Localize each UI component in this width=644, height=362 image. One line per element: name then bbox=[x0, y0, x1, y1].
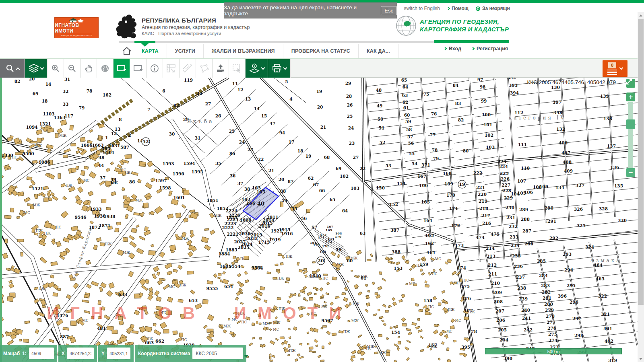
crs-label: Координатна система bbox=[138, 351, 190, 356]
building bbox=[320, 360, 324, 362]
building bbox=[266, 327, 268, 330]
crs-value: ККС 2005 bbox=[196, 351, 217, 356]
building-type-label: МЖ bbox=[273, 321, 281, 325]
parcel-label: 69 bbox=[336, 166, 342, 171]
parcel-label: 2221 bbox=[227, 232, 238, 237]
x-coordinate-input[interactable] bbox=[67, 348, 94, 359]
building bbox=[301, 306, 305, 309]
fullscreen-button[interactable] bbox=[626, 79, 635, 88]
tab-karta[interactable]: КАРТА bbox=[134, 44, 167, 58]
menu-lines-icon bbox=[607, 70, 617, 71]
zoom-out-button[interactable] bbox=[64, 59, 80, 78]
parcel-label: 206 bbox=[496, 318, 505, 323]
parcel-label: 398 bbox=[553, 110, 562, 115]
parcel-label: 281 bbox=[543, 296, 551, 300]
building bbox=[119, 320, 124, 325]
parcel-label: 167 bbox=[417, 174, 426, 179]
building-type-label: МЖ bbox=[33, 203, 40, 207]
parcel-label: 1597 bbox=[155, 178, 167, 183]
parcel-label: 82 bbox=[173, 103, 180, 108]
accessibility-link[interactable]: За незрящи bbox=[476, 6, 510, 11]
parcel-label: 1601 bbox=[173, 195, 185, 200]
building bbox=[277, 298, 281, 300]
zoom-out-map-button[interactable]: − bbox=[626, 168, 635, 177]
building bbox=[361, 358, 363, 360]
building bbox=[17, 216, 20, 219]
parcel-label: 23 bbox=[349, 141, 355, 146]
parcel-label: 62 bbox=[402, 100, 409, 105]
parcel-label: 32 bbox=[63, 89, 69, 94]
y-coordinate-input[interactable] bbox=[107, 348, 130, 359]
parcel-label: 78 bbox=[87, 88, 93, 93]
building bbox=[259, 323, 261, 324]
login-link[interactable]: Вход bbox=[444, 46, 461, 51]
print-button[interactable] bbox=[268, 59, 291, 78]
tab-uslugi[interactable]: УСЛУГИ bbox=[167, 44, 204, 58]
agency-subtitle: Агенция по геодезия, картография и кадас… bbox=[142, 25, 250, 31]
zoom-in-button[interactable] bbox=[47, 59, 64, 78]
info-layers-button[interactable] bbox=[246, 59, 268, 78]
search-button[interactable] bbox=[0, 59, 25, 78]
parcel-label: 51 bbox=[379, 125, 385, 130]
tab-kak-da[interactable]: КАК ДА... bbox=[359, 44, 398, 58]
zoom-slider-track[interactable] bbox=[628, 102, 633, 171]
cadastral-map-canvas[interactable]: МЖМЖПЖМЖМСМСПСПЖМЖПСПЖПСМЖПЖПСПЖПЖМЖМСМЖ… bbox=[0, 78, 638, 362]
identify-button[interactable] bbox=[147, 59, 163, 78]
building bbox=[378, 334, 382, 337]
building bbox=[299, 269, 302, 273]
building bbox=[305, 275, 308, 278]
parcel-label: 49 bbox=[377, 103, 383, 108]
circled-parcel-label: 52 bbox=[142, 139, 149, 144]
parcel-label: 54 bbox=[412, 161, 418, 166]
parcel-label: 1103 bbox=[43, 111, 54, 116]
tab-proverka-status[interactable]: ПРОВЕРКА НА СТАТУС bbox=[283, 44, 359, 58]
parcel-label: 132 bbox=[556, 127, 565, 132]
scrollbar-down-arrow[interactable] bbox=[638, 356, 644, 362]
building bbox=[314, 304, 316, 307]
layers-button[interactable] bbox=[25, 59, 47, 78]
switch-language-link[interactable]: switch to English bbox=[404, 6, 440, 11]
building bbox=[425, 312, 429, 315]
parcel-label: 158 bbox=[423, 298, 432, 303]
scale-input[interactable] bbox=[29, 348, 54, 359]
crs-select[interactable]: ККС 2005 bbox=[192, 348, 243, 359]
building-type-label: МС bbox=[273, 327, 279, 331]
area-label: категория IV bbox=[509, 115, 566, 121]
globe-button[interactable] bbox=[97, 59, 114, 78]
map-viewport[interactable]: МЖМЖПЖМЖМСМСПСПЖМЖПСПЖПСМЖПЖПСПЖПЖМЖМСМЖ… bbox=[0, 78, 638, 362]
pan-button[interactable] bbox=[80, 59, 97, 78]
parcel-label: 12 bbox=[237, 87, 244, 92]
tab-zhalbi[interactable]: ЖАЛБИ И ВЪЗРАЖЕНИЯ bbox=[204, 44, 283, 58]
help-link[interactable]: Помощ bbox=[447, 6, 469, 11]
parcel-label: 4 bbox=[289, 97, 292, 101]
help-label: Помощ bbox=[452, 6, 469, 11]
parcel-label: 67 bbox=[313, 182, 319, 187]
building bbox=[142, 306, 146, 311]
cart-orders-button[interactable]: 0 bbox=[603, 60, 627, 77]
parcel-label: 240 bbox=[521, 308, 530, 313]
zoom-slider-handle[interactable] bbox=[626, 119, 635, 129]
chevron-right-icon bbox=[447, 7, 450, 10]
building bbox=[153, 323, 156, 326]
building bbox=[252, 323, 255, 326]
parcel-label: 296 bbox=[570, 300, 578, 304]
zoom-rectangle-button[interactable] bbox=[114, 59, 130, 78]
parcel-label: 295 bbox=[567, 283, 576, 288]
register-link[interactable]: Регистрация bbox=[472, 46, 508, 51]
page-scrollbar-thumb[interactable] bbox=[638, 19, 644, 305]
scrollbar-up-arrow[interactable] bbox=[638, 12, 644, 19]
home-button[interactable] bbox=[121, 45, 133, 57]
parcel-label: 9507 bbox=[321, 318, 333, 323]
parcel-label: 326 bbox=[574, 207, 583, 212]
building bbox=[107, 326, 114, 330]
parcel-label: 221 bbox=[476, 185, 485, 190]
upload-button[interactable] bbox=[213, 59, 229, 78]
parcel-label: 223 bbox=[497, 159, 506, 164]
zoom-in-map-button[interactable]: + bbox=[626, 93, 635, 101]
parcel-label: 288 bbox=[521, 217, 530, 222]
parcel-label: 14 bbox=[254, 106, 260, 111]
parcel-label: 319 bbox=[608, 358, 617, 362]
building bbox=[123, 237, 128, 242]
building bbox=[98, 316, 101, 319]
zoom-out-rectangle-button[interactable] bbox=[130, 59, 147, 78]
